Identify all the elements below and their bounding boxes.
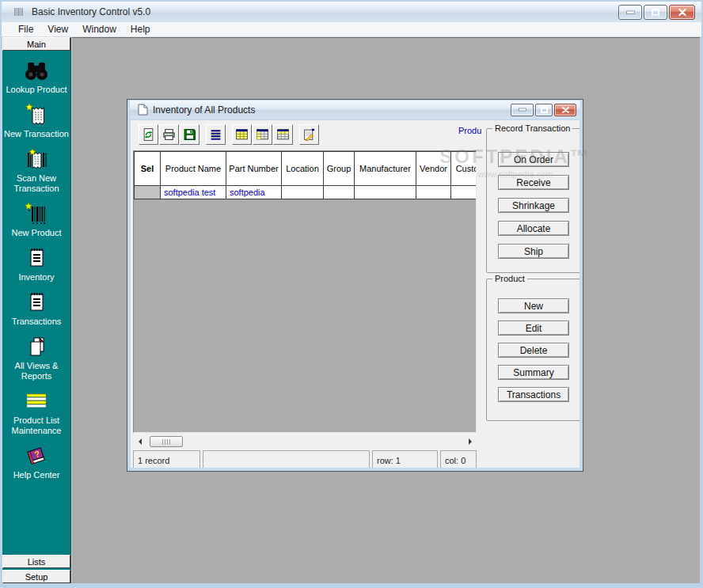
print-button[interactable] [159, 124, 179, 145]
menu-file[interactable]: File [11, 24, 40, 35]
sidebar-item-label: New Product [12, 228, 62, 238]
mdi-workspace: Inventory of All Products [72, 37, 700, 583]
edit-button[interactable]: Edit [498, 321, 569, 336]
allocate-button[interactable]: Allocate [498, 221, 569, 236]
sidebar-item-label: Transactions [12, 317, 62, 327]
save-icon [183, 127, 196, 142]
action-panel: Record Transaction On Order Receive Shri… [486, 122, 580, 466]
col-header-location[interactable]: Location [282, 152, 324, 186]
edit-properties-icon [302, 127, 316, 142]
sidebar-item-label: New Transaction [4, 129, 69, 139]
summary-button[interactable]: Summary [498, 365, 569, 380]
table-header-row: Sel Product Name Part Number Location Gr… [135, 152, 477, 186]
cell-group[interactable] [324, 186, 355, 199]
cell-vendor[interactable] [416, 186, 451, 199]
grid-top-yellow-icon [276, 127, 290, 142]
sidebar-item-lookup-product[interactable]: Lookup Product [2, 58, 70, 95]
status-col: col: 0 [440, 450, 477, 468]
document-icon [138, 104, 148, 116]
record-transaction-group: Record Transaction On Order Receive Shri… [486, 128, 580, 273]
minimize-icon [626, 10, 635, 15]
menu-view[interactable]: View [40, 24, 75, 35]
print-icon [162, 127, 176, 142]
product-link-label[interactable]: Product [458, 126, 481, 135]
col-header-sel[interactable]: Sel [135, 152, 161, 186]
sidebar-item-help-center[interactable]: ? Help Center [2, 443, 70, 480]
sidebar-tab-lists[interactable]: Lists [2, 555, 70, 568]
receipt-new-icon [24, 102, 49, 127]
sidebar-item-new-transaction[interactable]: New Transaction [2, 102, 70, 139]
grid-view-plain-button[interactable] [253, 124, 272, 145]
delete-button[interactable]: Delete [498, 343, 569, 358]
product-group: Product New Edit Delete Summary Transact… [486, 279, 580, 421]
sidebar-item-all-views-reports[interactable]: All Views & Reports [2, 334, 70, 381]
main-titlebar: Basic Inventory Control v5.0 [2, 2, 701, 22]
notepad-icon [24, 290, 49, 315]
child-minimize-button[interactable] [511, 104, 534, 116]
barcode-app-icon [13, 6, 25, 18]
cell-customer[interactable] [451, 186, 477, 199]
inventory-window: Inventory of All Products [127, 99, 583, 472]
col-header-part-number[interactable]: Part Number [226, 152, 282, 186]
scrollbar-thumb[interactable] [150, 436, 183, 447]
row-selector-cell[interactable] [135, 186, 161, 199]
scroll-right-arrow-icon[interactable] [464, 435, 477, 448]
on-order-button[interactable]: On Order [498, 152, 569, 167]
inventory-window-titlebar[interactable]: Inventory of All Products [130, 101, 580, 119]
scroll-left-arrow-icon[interactable] [133, 435, 146, 448]
child-close-button[interactable] [554, 104, 576, 116]
maximize-icon [652, 9, 659, 16]
table-row[interactable]: softpedia test softpedia [135, 186, 477, 199]
close-button[interactable] [669, 5, 695, 20]
status-bar: 1 record row: 1 col: 0 [133, 450, 477, 468]
status-message [203, 450, 370, 468]
refresh-button[interactable] [139, 124, 158, 145]
striped-list-icon [24, 389, 49, 414]
notepad-icon [24, 245, 49, 271]
grid-view-yellow-button[interactable] [232, 124, 252, 145]
sidebar-item-label: Scan New Transaction [2, 173, 70, 194]
minimize-button[interactable] [618, 5, 642, 20]
shrinkage-button[interactable]: Shrinkage [498, 198, 569, 213]
sidebar-item-label: Inventory [18, 272, 54, 283]
menu-window[interactable]: Window [75, 24, 124, 35]
window-title: Basic Inventory Control v5.0 [32, 6, 150, 17]
col-header-group[interactable]: Group [324, 152, 355, 186]
cell-product-name[interactable]: softpedia test [161, 186, 226, 199]
properties-button[interactable] [299, 124, 319, 145]
record-transaction-group-title: Record Transaction [492, 123, 572, 133]
sidebar-item-transactions[interactable]: Transactions [2, 290, 70, 327]
barcode-new-icon [24, 201, 49, 226]
sidebar-tab-main[interactable]: Main [2, 37, 70, 51]
sidebar-item-product-list-maintenance[interactable]: Product List Maintenance [2, 389, 70, 436]
col-header-manufacturer[interactable]: Manufacturer [355, 152, 416, 186]
grid-view-mixed-button[interactable] [273, 124, 293, 145]
receive-button[interactable]: Receive [498, 175, 569, 190]
minimize-icon [519, 108, 526, 112]
cell-manufacturer[interactable] [355, 186, 416, 199]
close-icon [678, 9, 686, 16]
maximize-button[interactable] [644, 5, 667, 20]
horizontal-scrollbar[interactable] [133, 435, 477, 448]
ship-button[interactable]: Ship [498, 244, 569, 259]
list-view-button[interactable] [206, 124, 226, 145]
sidebar-tab-setup[interactable]: Setup [2, 570, 70, 583]
col-header-product-name[interactable]: Product Name [161, 152, 226, 186]
sidebar-item-new-product[interactable]: New Product [2, 201, 70, 238]
transactions-button[interactable]: Transactions [498, 387, 569, 402]
product-group-title: Product [492, 274, 527, 283]
save-button[interactable] [180, 124, 200, 145]
documents-icon [24, 334, 49, 359]
products-table-region: Sel Product Name Part Number Location Gr… [133, 150, 477, 433]
child-maximize-button[interactable] [535, 104, 553, 116]
col-header-customer[interactable]: Customer [451, 152, 477, 186]
sidebar-item-scan-new-transaction[interactable]: Scan New Transaction [2, 146, 70, 194]
inventory-window-title: Inventory of All Products [153, 104, 255, 116]
col-header-vendor[interactable]: Vendor [416, 152, 451, 186]
new-button[interactable]: New [498, 298, 569, 313]
menu-help[interactable]: Help [124, 24, 158, 35]
sidebar-item-label: Product List Maintenance [2, 415, 70, 436]
cell-location[interactable] [282, 186, 324, 199]
cell-part-number[interactable]: softpedia [226, 186, 282, 199]
sidebar-item-inventory[interactable]: Inventory [2, 245, 70, 283]
